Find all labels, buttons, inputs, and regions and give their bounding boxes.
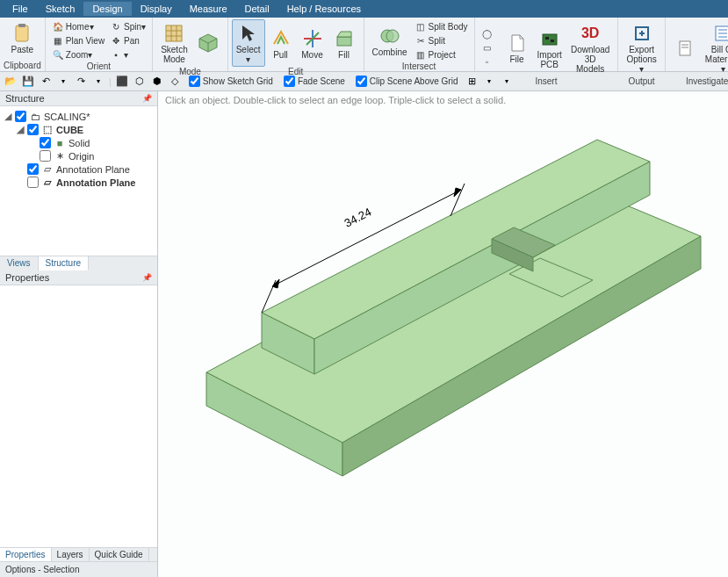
model-render: 34.24 [158,91,724,570]
import-pcb-button[interactable]: Import PCB [533,25,566,72]
menu-display[interactable]: Display [132,2,181,16]
plan-icon: ▦ [52,34,64,47]
tab-structure[interactable]: Structure [39,256,90,270]
insert-small-1[interactable]: ◯ [479,27,498,41]
view-hidden-icon[interactable]: ◇ [168,75,182,89]
split-body-button[interactable]: ◫Split Body [412,19,471,33]
tab-layers[interactable]: Layers [52,548,90,561]
menu-detail[interactable]: Detail [236,2,278,16]
save-icon[interactable]: 💾 [21,75,35,89]
split-button[interactable]: ✂Split [412,33,471,47]
ribbon-group-insert: ◯ ▭ ◦ File Import PCB 3D Download 3D Mod… [475,18,619,71]
spin-button[interactable]: ↻Spin ▾ [107,19,148,33]
export-options-button[interactable]: Export Options ▾ [622,19,660,76]
menu-design[interactable]: Design [83,2,131,16]
tree-origin[interactable]: ∗ Origin [4,149,154,162]
insert-small-2[interactable]: ▭ [479,41,498,55]
svg-rect-20 [680,41,690,55]
download-3d-button[interactable]: 3D Download 3D Models [566,19,614,76]
menu-file[interactable]: File [4,2,37,16]
sketch-mode-button[interactable]: Sketch Mode [156,19,192,67]
left-panel: Structure 📌 ◢ 🗀 SCALING* ◢ ⬚ CUBE ■ Soli… [0,91,158,577]
svg-rect-17 [545,37,549,40]
redo-drop-icon[interactable]: ▾ [91,75,105,89]
tree-anno2[interactable]: ▱ Annotation Plane [4,176,154,189]
menu-help[interactable]: Help / Resources [278,2,370,16]
menu-measure[interactable]: Measure [181,2,236,16]
tree-cube[interactable]: ◢ ⬚ CUBE [4,123,154,136]
redo-icon[interactable]: ↷ [74,75,88,89]
viewport-3d[interactable]: Click an object. Double-click to select … [158,91,728,577]
insert-small-3[interactable]: ◦ [479,55,498,69]
tree-check[interactable] [40,137,51,148]
left-tabs-lower: Properties Layers Quick Guide [0,547,157,561]
ribbon-group-output: Export Options ▾ Output [618,18,665,71]
investigate-small-button[interactable] [669,34,701,62]
options-panel-header[interactable]: Options - Selection [0,561,157,577]
open-icon[interactable]: 📂 [4,75,18,89]
pin-icon[interactable]: 📌 [142,273,152,282]
select-button[interactable]: Select ▾ [232,19,265,67]
undo-drop-icon[interactable]: ▾ [56,75,70,89]
fade-scene-checkbox[interactable]: Fade Scene [284,76,345,87]
view-shade-icon[interactable]: ⬢ [150,75,164,89]
project-button[interactable]: ▥Project [412,47,471,61]
tab-quick-guide[interactable]: Quick Guide [90,548,149,561]
move-button[interactable]: Move [297,25,328,62]
part-icon: ⬚ [41,125,54,135]
sketch-mode-icon [162,22,185,45]
pull-button[interactable]: Pull [265,25,297,62]
tree-check[interactable] [40,150,51,162]
combine-icon [378,25,401,47]
properties-panel-header: Properties 📌 [0,270,157,285]
circle-icon: ◯ [481,28,494,40]
tree-solid[interactable]: ■ Solid [4,136,154,149]
bom-button[interactable]: Bill Of Materials ▾ [701,19,728,76]
paste-icon [11,22,33,45]
paste-button[interactable]: Paste [6,19,38,57]
spin-icon: ↻ [110,20,122,32]
split-icon: ✂ [414,34,427,47]
bom-icon [711,22,728,45]
tab-views[interactable]: Views [0,256,39,270]
show-sketch-grid-checkbox[interactable]: Show Sketch Grid [189,76,273,87]
pin-icon[interactable]: 📌 [142,94,152,103]
undo-icon[interactable]: ↶ [39,75,53,89]
extra-drop-icon[interactable]: ▾ [500,75,514,89]
home-button[interactable]: 🏠Home ▾ [49,19,107,33]
plan-view-button[interactable]: ▦Plan View [49,33,107,47]
menu-sketch[interactable]: Sketch [37,2,84,16]
combine-button[interactable]: Combine [368,22,412,60]
tab-properties[interactable]: Properties [0,548,52,561]
plane-icon: ▱ [41,177,54,188]
ribbon-group-investigate: Bill Of Materials ▾ Investigate [666,18,728,71]
tree-anno1[interactable]: ▱ Annotation Plane [4,162,154,176]
expand-icon[interactable]: ◢ [4,111,12,122]
plane-icon: ▱ [41,164,54,175]
snap-drop-icon[interactable]: ▾ [482,75,496,89]
tree-check[interactable] [27,124,39,135]
fill-button[interactable]: Fill [328,25,360,62]
tree-root[interactable]: ◢ 🗀 SCALING* [4,110,154,123]
snap-icon[interactable]: ⊞ [465,75,479,89]
tree-check[interactable] [27,163,39,175]
pull-icon [270,27,292,50]
origin-icon: ∗ [54,151,66,162]
view-wire-icon[interactable]: ⬡ [133,75,147,89]
zoom-button[interactable]: 🔍Zoom ▾ [49,47,107,61]
view-cube-icon[interactable]: ⬛ [115,75,129,89]
main-layout: Structure 📌 ◢ 🗀 SCALING* ◢ ⬚ CUBE ■ Soli… [0,91,728,577]
group-label-investigate: Investigate [686,76,728,87]
orient-extra-button[interactable]: ▪ ▾ [107,47,148,61]
mode-3d-button[interactable] [192,29,224,57]
expand-icon[interactable]: ◢ [16,124,25,135]
ribbon: Paste Clipboard 🏠Home ▾ ▦Plan View 🔍Zoom… [0,18,728,72]
pan-button[interactable]: ✥Pan [107,33,148,47]
clip-scene-checkbox[interactable]: Clip Scene Above Grid [356,76,458,87]
quick-access-bar: 📂 💾 ↶ ▾ ↷ ▾ | ⬛ ⬡ ⬢ ◇ Show Sketch Grid F… [0,72,728,91]
insert-file-button[interactable]: File [501,29,533,67]
tree-check[interactable] [27,177,39,188]
svg-rect-2 [166,25,182,41]
svg-rect-0 [16,25,28,41]
tree-check[interactable] [15,111,26,122]
